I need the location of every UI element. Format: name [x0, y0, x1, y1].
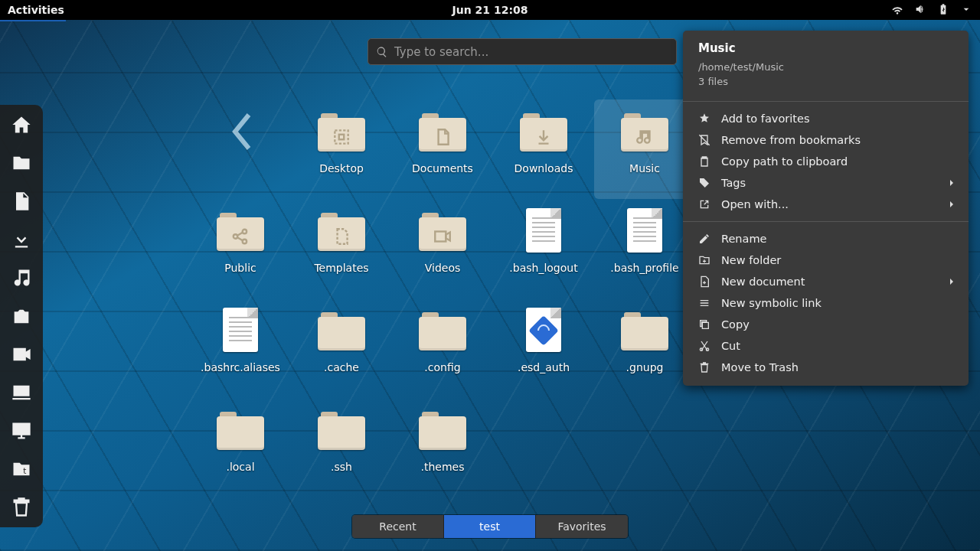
grid-item-label: .config [424, 361, 460, 373]
grid-item[interactable]: .ssh [291, 398, 392, 497]
grid-item[interactable]: .local [190, 398, 291, 497]
home-icon[interactable] [8, 111, 35, 139]
grid-item-label: .bash_logout [509, 262, 577, 274]
chevron-right-icon [946, 276, 958, 288]
grid-item[interactable]: .bashrc.aliases [190, 298, 291, 398]
music-icon[interactable] [8, 264, 35, 292]
menu-item[interactable]: Copy [683, 314, 969, 335]
files-icon[interactable] [8, 149, 35, 177]
grid-item[interactable]: .cache [291, 298, 392, 398]
clock[interactable]: Jun 21 12:08 [0, 4, 980, 16]
menu-item-label: New document [721, 276, 805, 288]
activities-button[interactable]: Activities [8, 4, 64, 16]
folder-icon [519, 106, 568, 155]
grid-item[interactable]: Documents [392, 99, 493, 199]
view-tab[interactable]: test [444, 515, 536, 538]
grid-item[interactable]: Templates [291, 199, 392, 298]
templates-icon[interactable]: t [8, 455, 35, 483]
folder-icon [418, 404, 467, 453]
computer-icon[interactable] [8, 379, 35, 406]
grid-item-label: .gnupg [626, 361, 664, 373]
context-menu-title: Music [698, 41, 953, 55]
file-icon [519, 305, 568, 354]
folder-icon [620, 305, 669, 354]
context-menu-count: 3 files [698, 76, 953, 87]
open-icon [698, 198, 710, 210]
grid-item-label: Downloads [514, 162, 573, 174]
grid-item-label: .local [226, 461, 254, 473]
grid-item[interactable]: Desktop [291, 99, 392, 199]
grid-item-label: Videos [425, 262, 461, 274]
menu-item-label: Cut [721, 340, 740, 352]
view-tabs: RecenttestFavorites [352, 515, 628, 538]
battery-icon[interactable] [937, 3, 949, 18]
menu-item[interactable]: New document [683, 271, 969, 292]
menu-item[interactable]: Rename [683, 228, 969, 249]
menu-item[interactable]: Open with... [683, 194, 969, 215]
grid-item[interactable]: Downloads [493, 99, 594, 199]
menu-item[interactable]: Remove from bookmarks [683, 129, 969, 151]
grid-item[interactable]: .themes [392, 398, 493, 497]
chevron-right-icon [946, 198, 958, 210]
activities-indicator [0, 20, 66, 21]
document-icon[interactable] [8, 187, 35, 215]
folder-icon [418, 106, 467, 155]
grid-item[interactable]: Music [594, 99, 695, 199]
grid-item-label: .ssh [331, 461, 352, 473]
folder-icon [317, 404, 366, 453]
videos-icon[interactable] [8, 341, 35, 368]
menu-item[interactable]: Tags [683, 172, 969, 194]
context-menu: Music /home/test/Music 3 files Add to fa… [683, 31, 969, 386]
menu-caret-icon[interactable] [960, 3, 972, 18]
file-icon [519, 205, 568, 254]
svg-point-8 [706, 348, 708, 350]
menu-item-label: New symbolic link [721, 297, 822, 309]
grid-item[interactable]: .bash_profile [594, 199, 695, 298]
top-panel: Activities Jun 21 12:08 [0, 0, 980, 20]
menu-item[interactable]: Cut [683, 335, 969, 357]
grid-item[interactable]: .esd_auth [493, 298, 594, 398]
volume-icon[interactable] [914, 3, 926, 18]
menu-item[interactable]: Add to favorites [683, 108, 969, 129]
trash-icon[interactable] [8, 494, 35, 521]
menu-item-label: New folder [721, 254, 781, 266]
camera-icon[interactable] [8, 302, 35, 330]
grid-item[interactable]: Public [190, 199, 291, 298]
folder-icon [620, 106, 669, 155]
menu-item[interactable]: New symbolic link [683, 292, 969, 314]
grid-item[interactable]: .gnupg [594, 298, 695, 398]
menu-item-label: Move to Trash [721, 361, 799, 373]
svg-rect-6 [435, 232, 446, 242]
folder-icon [216, 404, 265, 453]
grid-item[interactable]: .bash_logout [493, 199, 594, 298]
rename-icon [698, 233, 710, 245]
menu-item-label: Remove from bookmarks [721, 134, 861, 146]
tag-icon [698, 177, 710, 189]
folder-icon [317, 305, 366, 354]
menu-item-label: Open with... [721, 198, 789, 210]
menu-item-label: Add to favorites [721, 112, 809, 125]
menu-item[interactable]: Move to Trash [683, 357, 969, 378]
file-icon [216, 305, 265, 354]
menu-item-label: Copy path to clipboard [721, 155, 848, 168]
grid-item[interactable]: .config [392, 298, 493, 398]
grid-item-label: .cache [324, 361, 359, 373]
grid-item-label: .bashrc.aliases [201, 361, 280, 373]
overview-search[interactable]: Type to search... [368, 38, 677, 65]
network-icon[interactable] [8, 417, 35, 445]
view-tab[interactable]: Favorites [536, 515, 628, 538]
menu-item[interactable]: Copy path to clipboard [683, 151, 969, 172]
downloads-icon[interactable] [8, 226, 35, 253]
menu-item[interactable]: New folder [683, 249, 969, 271]
file-grid: DesktopDocumentsDownloadsMusicPublicTemp… [190, 99, 695, 497]
view-tab[interactable]: Recent [352, 515, 444, 538]
wifi-icon[interactable] [891, 3, 903, 18]
menu-item-label: Tags [721, 177, 746, 189]
search-icon [376, 46, 388, 58]
symlink-icon [698, 297, 710, 309]
menu-item-label: Copy [721, 318, 750, 331]
folder-icon [317, 205, 366, 254]
clipboard-icon [698, 155, 710, 168]
grid-item[interactable]: Videos [392, 199, 493, 298]
trash-icon [698, 361, 710, 373]
